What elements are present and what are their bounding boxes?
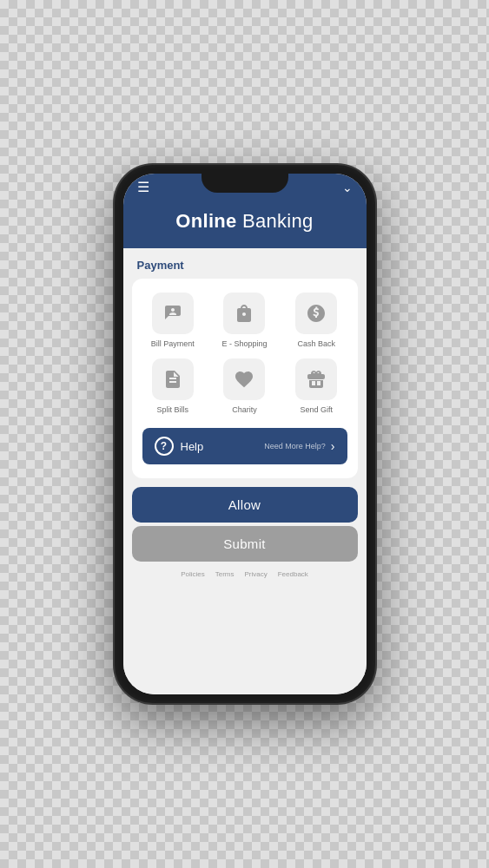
e-shopping-icon	[223, 293, 265, 334]
payment-card: Bill Payment E - Shopping	[132, 279, 358, 478]
payment-section-label: Payment	[123, 248, 367, 279]
services-grid: Bill Payment E - Shopping	[142, 293, 347, 414]
terms-link[interactable]: Terms	[215, 570, 235, 578]
submit-button[interactable]: Submit	[132, 526, 358, 562]
gift-icon	[306, 369, 327, 390]
service-charity[interactable]: Charity	[214, 358, 275, 414]
cash-back-icon	[295, 293, 337, 334]
cash-back-label: Cash Back	[297, 339, 335, 348]
help-question-icon: ?	[155, 437, 174, 456]
receipt-icon	[162, 303, 183, 324]
help-label: Help	[181, 440, 204, 453]
split-bill-icon	[162, 369, 183, 390]
help-bar[interactable]: ? Help Need More Help? ›	[142, 428, 347, 464]
bill-payment-label: Bill Payment	[151, 339, 195, 348]
split-bills-icon	[152, 358, 194, 400]
service-bill-payment[interactable]: Bill Payment	[142, 293, 204, 348]
privacy-link[interactable]: Privacy	[244, 570, 267, 578]
shopping-bag-icon	[234, 303, 254, 324]
menu-icon[interactable]: ☰	[137, 181, 149, 194]
allow-button[interactable]: Allow	[132, 487, 358, 523]
dollar-circle-icon	[306, 303, 327, 324]
help-left: ? Help	[155, 437, 204, 456]
send-gift-label: Send Gift	[300, 405, 333, 414]
phone-notch	[202, 174, 288, 193]
charity-icon	[223, 358, 265, 400]
service-send-gift[interactable]: Send Gift	[286, 358, 347, 414]
bill-payment-icon	[152, 293, 194, 334]
charity-label: Charity	[232, 405, 257, 414]
help-right: Need More Help? ›	[264, 439, 334, 453]
help-need-more-text: Need More Help?	[264, 442, 326, 450]
main-content: Payment Bill Payment	[123, 248, 367, 694]
service-e-shopping[interactable]: E - Shopping	[214, 293, 275, 348]
split-bills-label: Split Bills	[157, 405, 189, 414]
help-arrow-icon: ›	[331, 439, 335, 453]
send-gift-icon	[295, 358, 337, 400]
app-title: Online Banking	[141, 210, 349, 233]
chevron-down-icon[interactable]: ⌄	[342, 181, 353, 194]
e-shopping-label: E - Shopping	[221, 339, 267, 348]
service-cash-back[interactable]: Cash Back	[286, 293, 347, 348]
notch-bar: ☰ ⌄	[123, 174, 367, 201]
heart-icon	[234, 369, 254, 390]
phone-device: ☰ ⌄ Online Banking Payment	[115, 165, 375, 703]
feedback-link[interactable]: Feedback	[278, 570, 308, 578]
app-header: Online Banking	[123, 201, 367, 248]
bottom-section: Allow Submit Policies Terms Privacy Feed…	[123, 478, 367, 589]
phone-screen: ☰ ⌄ Online Banking Payment	[123, 174, 367, 694]
footer-links: Policies Terms Privacy Feedback	[132, 565, 358, 585]
policies-link[interactable]: Policies	[181, 570, 205, 578]
service-split-bills[interactable]: Split Bills	[142, 358, 204, 414]
